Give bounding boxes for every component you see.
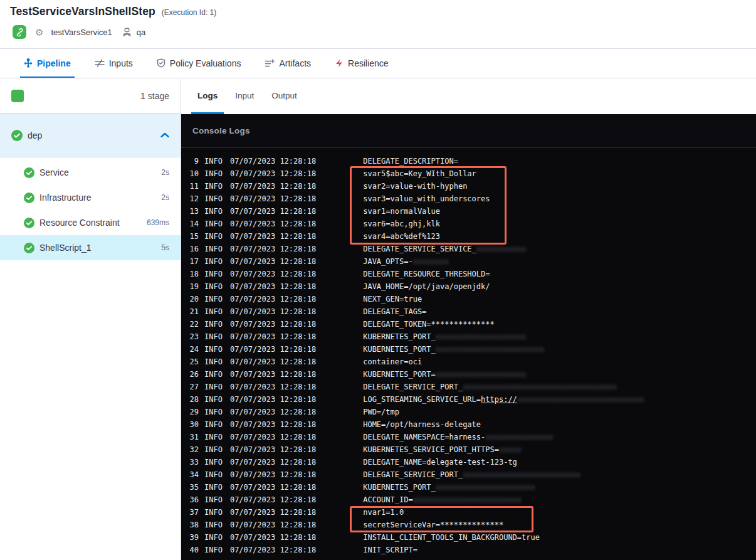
- log-timestamp: 07/07/2023 12:28:18: [230, 458, 316, 467]
- tab-label: Input: [235, 91, 254, 100]
- log-message: ACCOUNT_ID=xxxxxxxxxxxxxxxxxxxxxxxx: [363, 495, 522, 504]
- log-line: 19INFO07/07/2023 12:28:18JAVA_HOME=/opt/…: [181, 280, 756, 293]
- log-message: secretServiceVar=**************: [363, 520, 503, 529]
- log-timestamp: 07/07/2023 12:28:18: [230, 157, 316, 166]
- tab-label: Resilience: [348, 58, 389, 68]
- execution-meta-row: ⚙ testVarsService1 qa: [13, 25, 145, 39]
- environment-name: qa: [137, 28, 145, 37]
- page-title: TestServiceVarsInShellStep: [10, 5, 155, 18]
- log-line: 12INFO07/07/2023 12:28:18svar3=value_wit…: [181, 193, 756, 205]
- tab-logs[interactable]: Logs: [191, 79, 224, 114]
- tab-pipeline[interactable]: Pipeline: [20, 50, 75, 78]
- tab-label: Artifacts: [279, 58, 311, 68]
- log-tabs: Logs Input Output: [181, 79, 756, 114]
- log-line-number: 25: [189, 357, 199, 366]
- log-line-number: 40: [189, 546, 199, 554]
- chevron-up-icon[interactable]: [160, 132, 169, 138]
- log-message: KUBERNETES_PORT_xxxxxxxxxxxxxxxxxxxx: [363, 332, 526, 341]
- stage-group-dep[interactable]: dep: [0, 114, 181, 157]
- log-timestamp: 07/07/2023 12:28:18: [230, 345, 316, 354]
- log-line: 18INFO07/07/2023 12:28:18DELEGATE_RESOUR…: [181, 268, 756, 280]
- log-level: INFO: [204, 257, 223, 266]
- log-level: INFO: [204, 520, 223, 529]
- log-line: 34INFO07/07/2023 12:28:18DELEGATE_SERVIC…: [181, 468, 756, 481]
- log-level: INFO: [204, 194, 223, 203]
- log-timestamp: 07/07/2023 12:28:18: [230, 433, 316, 441]
- log-timestamp: 07/07/2023 12:28:18: [230, 395, 316, 404]
- log-link[interactable]: https://: [481, 395, 517, 404]
- log-line: 38INFO07/07/2023 12:28:18secretServiceVa…: [181, 519, 756, 531]
- log-level: INFO: [204, 445, 223, 454]
- console-title: Console Logs: [192, 126, 250, 135]
- step-duration: 639ms: [147, 218, 169, 227]
- log-line: 9INFO07/07/2023 12:28:18DELEGATE_DESCRIP…: [181, 155, 756, 167]
- log-level: INFO: [204, 495, 223, 504]
- log-message: LOG_STREAMING_SERVICE_URL=https://xxxxxx…: [363, 395, 644, 404]
- log-message: DELEGATE_SERVICE_SERVICE_xxxxxxxxxxx: [363, 245, 526, 253]
- log-timestamp: 07/07/2023 12:28:18: [230, 207, 316, 216]
- step-row-service[interactable]: Service2s: [0, 160, 181, 185]
- step-row-infrastructure[interactable]: Infrastructure2s: [0, 185, 181, 210]
- log-line: 31INFO07/07/2023 12:28:18DELEGATE_NAMESP…: [181, 431, 756, 443]
- success-check-icon: [24, 243, 34, 253]
- log-line: 28INFO07/07/2023 12:28:18LOG_STREAMING_S…: [181, 393, 756, 406]
- log-line-number: 39: [189, 533, 199, 542]
- log-message: svar4=abc%def%123: [363, 232, 440, 241]
- tab-label: Logs: [197, 91, 218, 100]
- log-message: svar6=abc,ghj,klk: [363, 219, 440, 228]
- main-tabbar: Pipeline Inputs Policy Evaluations: [0, 50, 756, 78]
- step-label: Service: [39, 167, 161, 177]
- stage-summary-bar: 1 stage: [0, 79, 181, 114]
- log-line-number: 24: [189, 345, 199, 354]
- log-line: 30INFO07/07/2023 12:28:18HOME=/opt/harne…: [181, 418, 756, 431]
- log-line-number: 23: [189, 332, 199, 341]
- redacted-value: xxxxxxxxxxxxxxxxxxxxxxxx: [413, 495, 522, 504]
- log-level: INFO: [204, 470, 223, 479]
- redacted-value: xxxxx: [499, 445, 522, 454]
- stage-status-square[interactable]: [11, 90, 24, 102]
- redacted-value: xxxxxxxxxxxxxxxxxxxxxxxxxxxx: [517, 395, 644, 404]
- tab-artifacts[interactable]: Artifacts: [261, 50, 315, 78]
- tab-label: Pipeline: [37, 58, 71, 68]
- log-level: INFO: [204, 420, 223, 429]
- log-timestamp: 07/07/2023 12:28:18: [230, 370, 316, 379]
- log-line-number: 10: [189, 169, 199, 178]
- tab-inputs[interactable]: Inputs: [91, 50, 137, 78]
- log-message: svar2=value-with-hyphen: [363, 182, 467, 191]
- log-line: 27INFO07/07/2023 12:28:18DELEGATE_SERVIC…: [181, 381, 756, 393]
- tab-input[interactable]: Input: [229, 79, 260, 114]
- log-message: svar3=value_with_underscores: [363, 194, 490, 203]
- link-icon: [15, 28, 24, 36]
- log-message: HOME=/opt/harness-delegate: [363, 420, 481, 429]
- tab-output[interactable]: Output: [265, 79, 303, 114]
- step-row-resource-constraint[interactable]: Resource Constraint639ms: [0, 210, 181, 235]
- log-level: INFO: [204, 433, 223, 441]
- success-check-icon: [24, 193, 34, 203]
- tab-resilience[interactable]: Resilience: [331, 50, 392, 78]
- redacted-value: xxxxxxxx: [413, 257, 449, 266]
- log-message: DELEGATE_TAGS=: [363, 307, 426, 316]
- redacted-value: xxxxxxxxxxxxxxxxxxxxxxxx: [436, 345, 544, 354]
- log-line-number: 11: [189, 182, 199, 191]
- log-line: 14INFO07/07/2023 12:28:18svar6=abc,ghj,k…: [181, 218, 756, 230]
- log-line: 20INFO07/07/2023 12:28:18NEXT_GEN=true: [181, 293, 756, 305]
- log-timestamp: 07/07/2023 12:28:18: [230, 470, 316, 479]
- log-timestamp: 07/07/2023 12:28:18: [230, 282, 316, 291]
- tab-policy-evaluations[interactable]: Policy Evaluations: [153, 50, 245, 78]
- title-row: TestServiceVarsInShellStep (Execution Id…: [10, 5, 216, 18]
- console-log-lines[interactable]: 9INFO07/07/2023 12:28:18DELEGATE_DESCRIP…: [181, 148, 756, 560]
- log-line-number: 19: [189, 282, 199, 291]
- log-level: INFO: [204, 182, 223, 191]
- step-label: ShellScript_1: [39, 243, 161, 253]
- log-line-number: 15: [189, 232, 199, 241]
- log-level: INFO: [204, 207, 223, 216]
- stage-count-label: 1 stage: [140, 91, 169, 101]
- log-message: DELEGATE_TOKEN=**************: [363, 320, 495, 329]
- step-row-shellscript-1[interactable]: ShellScript_15s: [0, 235, 181, 260]
- redacted-value: xxxxxxxxxxxxxxxxxxxxxxxxxxxxxxxxxx: [463, 383, 617, 391]
- log-line: 40INFO07/07/2023 12:28:18INIT_SCRIPT=: [181, 544, 756, 556]
- log-level: INFO: [204, 533, 223, 542]
- log-line: 13INFO07/07/2023 12:28:18svar1=normalVal…: [181, 205, 756, 218]
- log-line: 35INFO07/07/2023 12:28:18KUBERNETES_PORT…: [181, 481, 756, 494]
- log-message: KUBERNETES_PORT_xxxxxxxxxxxxxxxxxxxxxxxx: [363, 345, 544, 354]
